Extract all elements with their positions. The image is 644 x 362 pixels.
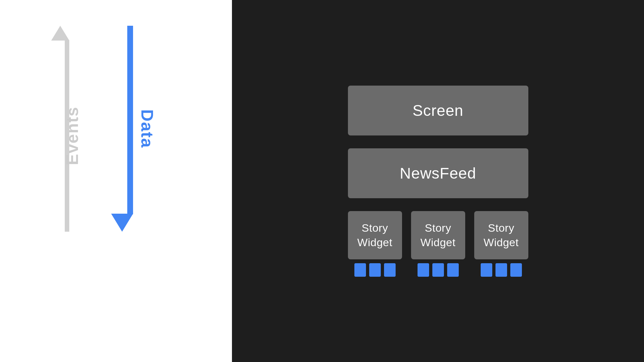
dot-3-3 xyxy=(510,263,522,277)
events-arrow-container: Events xyxy=(58,26,76,232)
data-arrow-container: Data xyxy=(119,26,141,232)
dot-3-2 xyxy=(495,263,507,277)
dots-row-1 xyxy=(354,263,396,277)
dot-3-1 xyxy=(481,263,492,277)
newsfeed-label: NewsFeed xyxy=(400,165,476,182)
dots-row-3 xyxy=(481,263,522,277)
events-arrow-line: Events xyxy=(65,40,69,232)
story-widgets-row: Story Widget Story Widget Story Widget xyxy=(348,211,528,277)
dot-2-2 xyxy=(432,263,444,277)
data-arrow-head xyxy=(111,214,133,232)
story-widget-group-2: Story Widget xyxy=(411,211,465,277)
dot-1-3 xyxy=(384,263,396,277)
story-widget-group-1: Story Widget xyxy=(348,211,402,277)
dot-2-1 xyxy=(418,263,429,277)
story-widget-box-2: Story Widget xyxy=(411,211,465,259)
story-widget-label-2: Story Widget xyxy=(414,221,462,249)
events-arrow-head xyxy=(51,26,69,41)
newsfeed-box: NewsFeed xyxy=(348,148,528,198)
story-widget-group-3: Story Widget xyxy=(474,211,528,277)
dot-2-3 xyxy=(447,263,459,277)
dot-1-1 xyxy=(354,263,366,277)
story-widget-label-3: Story Widget xyxy=(477,221,525,249)
left-panel: Events Data xyxy=(0,0,232,362)
data-arrow-line: Data xyxy=(127,26,133,214)
dots-row-2 xyxy=(418,263,459,277)
story-widget-label-1: Story Widget xyxy=(351,221,399,249)
screen-box: Screen xyxy=(348,86,528,135)
story-widget-box-3: Story Widget xyxy=(474,211,528,259)
events-label: Events xyxy=(62,107,82,165)
data-label: Data xyxy=(138,109,157,148)
dot-1-2 xyxy=(369,263,381,277)
right-panel: Screen NewsFeed Story Widget Story Widge… xyxy=(232,0,644,362)
screen-label: Screen xyxy=(412,102,463,119)
story-widget-box-1: Story Widget xyxy=(348,211,402,259)
